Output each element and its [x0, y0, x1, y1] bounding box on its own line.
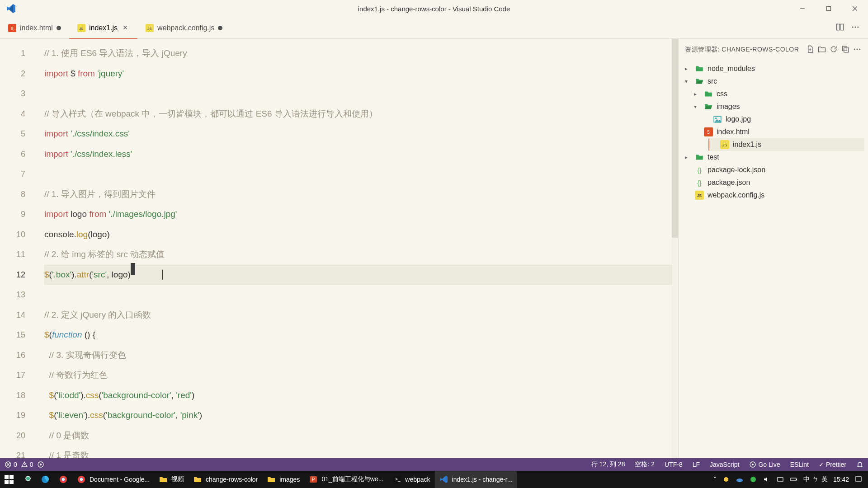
chevron-icon[interactable]: ▸: [694, 91, 700, 97]
tab-index1-js[interactable]: JS index1.js ×: [69, 17, 137, 39]
code-line[interactable]: $('li:even').css('background-color', 'pi…: [44, 405, 672, 426]
explorer-more-icon[interactable]: [853, 45, 862, 55]
chevron-icon[interactable]: ▾: [685, 78, 691, 84]
notifications-icon[interactable]: [856, 461, 863, 468]
code-line[interactable]: $('li:odd').css('background-color', 'red…: [44, 385, 672, 406]
code-line[interactable]: // 1. 导入图片，得到图片文件: [44, 184, 672, 205]
tray-chevron-icon[interactable]: ˄: [713, 476, 717, 483]
taskbar-item-label: change-rows-color: [206, 476, 258, 483]
split-editor-icon[interactable]: [835, 23, 844, 33]
code-line[interactable]: import $ from 'jquery': [44, 64, 672, 84]
taskbar-app-icon: [59, 475, 68, 484]
tree-item-webpack-config-js[interactable]: JS webpack.config.js: [682, 189, 864, 202]
tree-item-test[interactable]: ▸ test: [682, 151, 864, 164]
tree-item-label: logo.jpg: [726, 115, 751, 123]
tab-webpack-config-js[interactable]: JS webpack.config.js: [137, 17, 231, 39]
code-line[interactable]: // 1 是奇数: [44, 446, 672, 458]
taskbar-item[interactable]: change-rows-color: [189, 471, 262, 488]
taskbar-item-label: 视频: [171, 475, 184, 483]
code-line[interactable]: [44, 285, 672, 305]
eol[interactable]: LF: [693, 461, 700, 468]
taskbar-item[interactable]: Document - Google...: [72, 471, 154, 488]
taskbar-clock[interactable]: 15:42: [833, 476, 849, 483]
taskbar-item-label: webpack: [405, 476, 430, 483]
tree-item-package-lock-json[interactable]: {} package-lock.json: [682, 164, 864, 176]
taskbar-item[interactable]: [54, 471, 72, 488]
language-mode[interactable]: JavaScript: [710, 461, 739, 468]
tray-volume-icon[interactable]: [763, 475, 771, 483]
tab-index-html[interactable]: 5 index.html: [0, 17, 69, 39]
tree-item-css[interactable]: ▸ css: [691, 88, 864, 100]
tree-item-label: src: [708, 77, 717, 85]
new-file-icon[interactable]: [806, 45, 815, 55]
chevron-icon[interactable]: ▾: [694, 103, 700, 110]
code-line[interactable]: import logo from './images/logo.jpg': [44, 204, 672, 225]
taskbar-item[interactable]: images: [262, 471, 304, 488]
ime-indicator[interactable]: 中ㄅ英: [803, 475, 828, 483]
tray-weather-icon[interactable]: [722, 475, 730, 483]
code-line[interactable]: [44, 84, 672, 104]
chevron-icon[interactable]: ▸: [685, 66, 691, 72]
problems-errors[interactable]: 0: [5, 461, 17, 468]
taskbar-item[interactable]: [0, 471, 18, 488]
action-center-icon[interactable]: [854, 475, 863, 483]
tray-battery-icon[interactable]: [790, 475, 798, 483]
tree-item-index1-js[interactable]: JS index1.js: [708, 138, 864, 151]
live-server-port-icon[interactable]: [37, 461, 44, 468]
indentation[interactable]: 空格: 2: [635, 460, 655, 469]
tree-item-images[interactable]: ▾ images: [691, 100, 864, 113]
code-line[interactable]: // 2. 给 img 标签的 src 动态赋值: [44, 244, 672, 265]
tray-onedrive-icon[interactable]: [736, 475, 744, 483]
more-actions-icon[interactable]: [851, 23, 860, 33]
svg-rect-12: [842, 46, 847, 51]
vscode-logo-icon: [5, 3, 16, 14]
close-button[interactable]: [842, 0, 868, 17]
taskbar-item[interactable]: >_webpack: [388, 471, 434, 488]
code-line[interactable]: // 0 是偶数: [44, 426, 672, 446]
taskbar-item-label: images: [279, 476, 300, 483]
code-line[interactable]: // 3. 实现奇偶行变色: [44, 345, 672, 366]
editor[interactable]: 123456789101112131415161718192021 // 1. …: [0, 39, 678, 458]
taskbar-item[interactable]: [36, 471, 54, 488]
tab-dirty-icon[interactable]: [218, 26, 222, 30]
tray-app-icon[interactable]: [749, 475, 757, 483]
tree-item-package-json[interactable]: {} package.json: [682, 176, 864, 189]
taskbar-item[interactable]: index1.js - change-r...: [435, 471, 517, 488]
code-line[interactable]: import './css/index.less': [44, 144, 672, 164]
code-line[interactable]: import './css/index.css': [44, 124, 672, 144]
code-line[interactable]: $('.box').attr('src', logo): [44, 265, 672, 285]
vertical-scrollbar[interactable]: [672, 39, 678, 458]
collapse-all-icon[interactable]: [841, 45, 850, 55]
code-line[interactable]: console.log(logo): [44, 225, 672, 245]
tree-item-src[interactable]: ▾ src: [682, 75, 864, 88]
tree-item-index-html[interactable]: 5 index.html: [691, 126, 864, 138]
taskbar-item[interactable]: P01_前端工程化与we...: [304, 471, 388, 488]
chevron-icon[interactable]: ▸: [685, 154, 691, 160]
minimize-button[interactable]: [789, 0, 816, 17]
encoding[interactable]: UTF-8: [665, 461, 683, 468]
prettier-status[interactable]: ✓ Prettier: [819, 461, 846, 468]
code-line[interactable]: // 奇数行为红色: [44, 365, 672, 385]
code-line[interactable]: [44, 164, 672, 184]
tree-item-logo-jpg[interactable]: logo.jpg: [700, 113, 864, 126]
tab-dirty-icon[interactable]: [57, 26, 61, 30]
go-live-button[interactable]: Go Live: [749, 461, 780, 468]
problems-warnings[interactable]: 0: [21, 461, 33, 468]
taskbar-item[interactable]: 视频: [154, 471, 189, 488]
new-folder-icon[interactable]: [817, 45, 826, 55]
refresh-icon[interactable]: [829, 45, 838, 55]
taskbar-item[interactable]: [18, 471, 36, 488]
code-line[interactable]: // 1. 使用 ES6 导入语法，导入 jQuery: [44, 43, 672, 64]
code-area[interactable]: // 1. 使用 ES6 导入语法，导入 jQueryimport $ from…: [36, 39, 672, 458]
code-line[interactable]: $(function () {: [44, 325, 672, 345]
code-line[interactable]: // 导入样式（在 webpack 中，一切皆模块，都可以通过 ES6 导入语法…: [44, 104, 672, 124]
code-line[interactable]: // 2. 定义 jQuery 的入口函数: [44, 305, 672, 325]
tab-close-icon[interactable]: ×: [121, 23, 129, 33]
eslint-status[interactable]: ESLint: [790, 461, 809, 468]
maximize-button[interactable]: [816, 0, 842, 17]
svg-text:5: 5: [707, 130, 710, 135]
tray-network-icon[interactable]: [776, 475, 784, 483]
cursor-position[interactable]: 行 12, 列 28: [591, 460, 625, 469]
tree-item-node_modules[interactable]: ▸ node_modules: [682, 62, 864, 75]
svg-rect-8: [840, 24, 844, 30]
